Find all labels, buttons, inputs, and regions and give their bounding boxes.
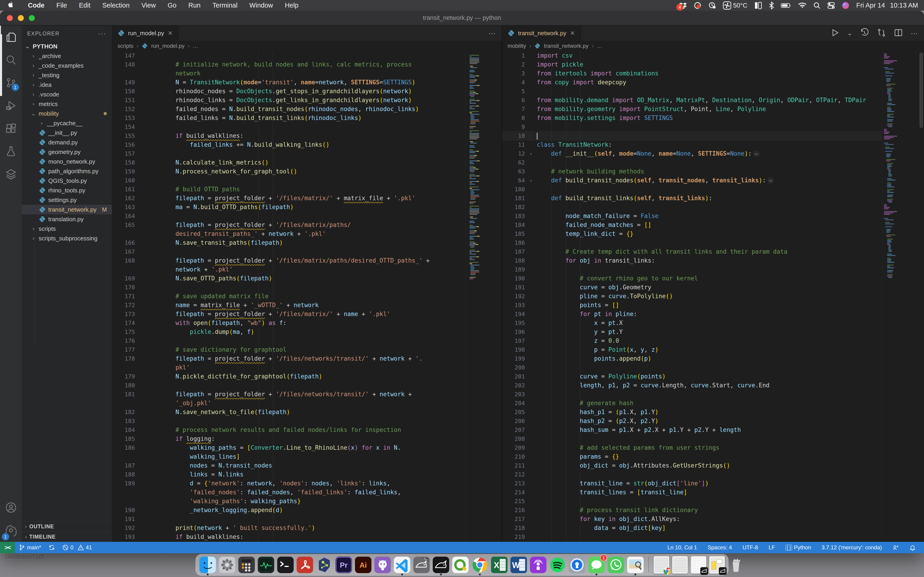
dock-activity-monitor-icon[interactable] [258, 557, 274, 573]
tree-item-mono-network-py[interactable]: mono_network.py [22, 157, 112, 166]
tree-item-metrics[interactable]: ›metrics [22, 99, 112, 109]
status-language-mode[interactable]: { } Python [782, 544, 815, 551]
line-number[interactable]: 168 [112, 256, 135, 265]
code-line-191[interactable]: 191 [112, 515, 465, 524]
breadcrumb-item[interactable]: … [597, 43, 602, 49]
line-number[interactable]: 184 [502, 221, 525, 229]
siri-icon[interactable] [842, 2, 850, 10]
code-line-178[interactable]: 178filepath = project_folder + '/files/n… [112, 354, 465, 363]
line-number[interactable]: 189 [502, 265, 525, 274]
code-line-181[interactable]: 181filepath = project_folder + '/files/n… [112, 390, 465, 399]
dock-rhino-wip-icon[interactable]: WIP [413, 557, 430, 573]
code-line-203[interactable]: 203 [502, 390, 882, 399]
code-line-211[interactable]: 211obj_dict = obj.Attributes.GetUserStri… [502, 461, 882, 470]
dock-acrobat-icon[interactable] [297, 557, 313, 573]
line-number[interactable]: 218 [502, 524, 525, 532]
code-line-164[interactable]: 164 [112, 211, 465, 221]
sync-app-menu-icon[interactable] [694, 2, 701, 10]
breadcrumb-item[interactable]: mobility [507, 43, 526, 49]
line-number[interactable]: 153 [112, 114, 135, 122]
tree-item-mobility[interactable]: ⌄mobility [22, 109, 112, 118]
code-line-7[interactable]: 7from mobility.geometry import PointStru… [502, 105, 882, 114]
line-number[interactable]: 181 [502, 194, 525, 203]
menu-help[interactable]: Help [279, 0, 305, 11]
breadcrumb-item[interactable]: run_model.py [151, 43, 184, 49]
line-number[interactable]: 211 [502, 461, 525, 470]
breadcrumb-item[interactable]: scripts [118, 43, 133, 49]
window-title-bar[interactable]: transit_network.py — python [0, 11, 924, 25]
breadcrumb-item[interactable]: transit_network.py [544, 43, 588, 49]
line-number[interactable]: 2 [502, 60, 525, 69]
line-number[interactable]: 210 [502, 452, 525, 461]
code-line-182[interactable]: 182N.save_network_to_file(filepath) [112, 408, 465, 417]
line-number[interactable]: 10 [502, 131, 525, 140]
code-line-194[interactable]: 194for pt in pline: [502, 309, 882, 319]
line-number[interactable]: 12 [502, 149, 525, 158]
code-line-155[interactable]: 155if build_walklines: [112, 131, 465, 140]
code-line-156[interactable]: 156failed_links += N.build_walking_links… [112, 140, 465, 149]
dock-illustrator-icon[interactable]: Ai [355, 557, 372, 573]
dock-preview-icon[interactable] [627, 557, 644, 573]
breadcrumb-item[interactable]: … [193, 43, 198, 49]
dock-window-thumb-wireframe[interactable] [691, 556, 706, 574]
line-number[interactable]: 215 [502, 497, 525, 506]
line-number[interactable]: 164 [112, 211, 135, 221]
code-line-210[interactable]: 210params = {} [502, 452, 882, 461]
code-line-175[interactable]: 175pickle.dump(ma, f) [112, 327, 465, 336]
line-number[interactable]: 147 [112, 51, 135, 60]
code-line-wrap[interactable]: network + '.pkl' [112, 265, 465, 274]
line-number[interactable]: 185 [502, 229, 525, 239]
code-line-205[interactable]: 205hash_p1 = (p1.X, p1.Y) [502, 408, 882, 417]
line-number[interactable]: 4 [502, 78, 525, 87]
line-number[interactable]: 191 [112, 515, 135, 524]
tree-item-path-algorithms-py[interactable]: path_algorithms.py [22, 166, 112, 176]
line-number[interactable]: 3 [502, 69, 525, 78]
code-line-215[interactable]: 215 [502, 497, 882, 506]
code-line-189[interactable]: 189d = {'network': network, 'nodes': nod… [112, 479, 465, 488]
line-number[interactable] [112, 452, 135, 461]
dock-qgis-icon[interactable] [452, 557, 468, 573]
line-number[interactable]: 166 [112, 239, 135, 247]
code-line-wrap[interactable]: 'failed_nodes': failed_nodes, 'failed_li… [112, 488, 465, 497]
line-number[interactable]: 189 [112, 479, 135, 488]
code-line-186[interactable]: 186 [502, 239, 882, 247]
line-number[interactable]: 208 [502, 434, 525, 443]
code-line-212[interactable]: 212 [502, 470, 882, 479]
line-number[interactable]: 64 [502, 176, 525, 185]
tree-item-scripts[interactable]: ›scripts [22, 224, 112, 234]
status-indentation[interactable]: Spaces: 4 [704, 544, 736, 551]
line-number[interactable]: 186 [112, 443, 135, 452]
line-number[interactable]: 216 [502, 506, 525, 515]
code-line-179[interactable]: 179N.pickle_dictfile_for_graphtool(filep… [112, 372, 465, 381]
code-line-3[interactable]: 3from itertools import combinations [502, 69, 882, 78]
dock-trash-icon[interactable] [728, 557, 744, 573]
code-line-151[interactable]: 151rhinodoc_links = DocObjects.get_links… [112, 96, 465, 105]
control-center-icon[interactable] [827, 2, 835, 9]
line-number[interactable]: 161 [112, 185, 135, 194]
line-number[interactable]: 185 [112, 434, 135, 443]
line-number[interactable] [112, 229, 135, 239]
line-number[interactable]: 6 [502, 96, 525, 105]
code-line-171[interactable]: 171# save updated matrix file [112, 292, 465, 301]
dock-whatsapp-icon[interactable] [608, 557, 624, 573]
line-number[interactable] [112, 488, 135, 497]
menu-code[interactable]: Code [22, 0, 50, 11]
code-line-184[interactable]: 184failed_node_matches = [] [502, 221, 882, 229]
code-line-191[interactable]: 191curve = obj.Geometry [502, 283, 882, 292]
tree-item-qgis-tools-py[interactable]: QGIS_tools.py [22, 176, 112, 185]
dock-github-icon[interactable] [375, 557, 391, 573]
code-line-217[interactable]: 217for key in obj_dict.AllKeys: [502, 515, 882, 524]
dropbox-menu-icon[interactable]: 4 [679, 2, 687, 9]
line-number[interactable]: 200 [502, 363, 525, 372]
tree-item-demand-py[interactable]: demand.py [22, 137, 112, 147]
status-encoding[interactable]: UTF-8 [739, 544, 762, 551]
line-number[interactable]: 158 [112, 158, 135, 167]
line-number[interactable]: 169 [112, 274, 135, 283]
dock-vscode-icon[interactable] [394, 557, 410, 573]
dock-calculator-icon[interactable] [238, 557, 255, 573]
code-line-192[interactable]: 192print(network + ' built successfully.… [112, 524, 465, 532]
dock-premiere-pro-icon[interactable]: Pr [336, 557, 352, 573]
code-line-148[interactable]: 148# initialize network, build nodes and… [112, 60, 465, 69]
code-line-187[interactable]: 187# Create temp dict with all transit l… [502, 247, 882, 256]
testing-activity-icon[interactable] [0, 140, 22, 163]
